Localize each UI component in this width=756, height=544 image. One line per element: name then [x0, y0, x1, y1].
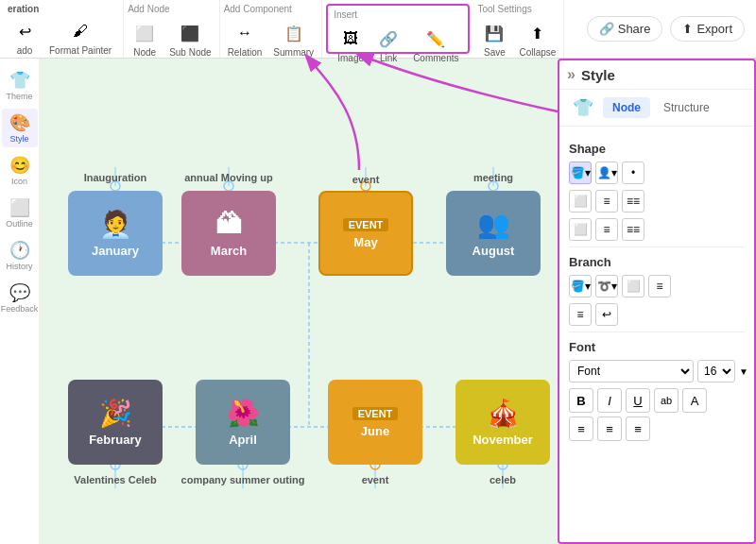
january-sublabel: Inauguration: [68, 172, 163, 183]
shape-row-1: 🪣▾ 👤▾ •: [569, 162, 745, 184]
branch-back-btn[interactable]: ↩: [595, 303, 618, 326]
shape-rect-btn[interactable]: ⬜: [569, 190, 592, 212]
shape-dbllines-btn[interactable]: ≡≡: [622, 190, 644, 212]
shape-lines2-btn[interactable]: ≡: [595, 218, 618, 241]
image-icon: 🖼: [337, 26, 364, 52]
node-button[interactable]: ⬜ Node: [128, 18, 162, 60]
insert-buttons: 🖼 Image 🔗 Link ✏️ Comments: [334, 24, 462, 65]
june-sublabel: event: [328, 474, 422, 485]
style-panel: » Style 👕 Node Structure Shape 🪣▾ 👤▾ • ⬜…: [558, 59, 756, 544]
shape-section-title: Shape: [569, 142, 745, 156]
history-icon-item[interactable]: 🕐 History: [2, 236, 38, 275]
toolbar-generation-section: eration ↩ ado 🖌 Format Painter: [0, 0, 124, 58]
align-left-button[interactable]: ≡: [569, 416, 593, 441]
summary-button[interactable]: 📋 Summary: [269, 18, 318, 60]
icon-icon-item[interactable]: 😊 Icon: [2, 151, 38, 190]
font-size-arrow: ▼: [739, 366, 748, 377]
node-february[interactable]: 🎉 February Valentines Celeb: [68, 380, 163, 465]
shape-dbllines2-btn[interactable]: ≡≡: [622, 218, 644, 241]
underline-button[interactable]: U: [626, 388, 650, 413]
collapse-icon: ⬆: [524, 20, 551, 46]
node-april[interactable]: 🌺 April company summer outing: [196, 380, 290, 465]
summary-icon: 📋: [281, 20, 307, 46]
comments-icon: ✏️: [422, 26, 449, 52]
branch-curve-btn[interactable]: ➰▾: [595, 275, 618, 298]
export-button[interactable]: ⬆ Export: [670, 16, 745, 42]
november-sublabel: celeb: [455, 474, 550, 485]
branch-lines2-btn[interactable]: ≡: [569, 303, 592, 326]
panel-node-tab[interactable]: Node: [603, 97, 650, 118]
panel-content: Shape 🪣▾ 👤▾ • ⬜ ≡ ≡≡ ⬜ ≡ ≡≡ Branch 🪣▾ ➰▾…: [559, 127, 754, 542]
shape-fill-btn[interactable]: 🪣▾: [569, 162, 592, 184]
panel-theme-tab-icon[interactable]: 👕: [567, 94, 599, 122]
font-size-select[interactable]: 16 12 14 18 20 24: [697, 360, 735, 382]
comments-button[interactable]: ✏️ Comments: [409, 24, 462, 65]
shape-rect2-btn[interactable]: ⬜: [569, 218, 592, 241]
format-painter-label: Format Painter: [49, 45, 112, 56]
outline-label: Outline: [6, 219, 33, 229]
font-section-title: Font: [569, 340, 745, 354]
branch-lines-btn[interactable]: ≡: [648, 275, 671, 298]
theme-icon-item[interactable]: 👕 Theme: [2, 66, 38, 105]
november-label: November: [472, 433, 533, 447]
font-color-button[interactable]: A: [682, 388, 707, 413]
sub-node-button[interactable]: ⬛ Sub Node: [165, 18, 215, 60]
save-button[interactable]: 💾 Save: [477, 18, 511, 60]
node-november[interactable]: 🎪 November celeb: [455, 380, 550, 465]
collapse-button[interactable]: ⬆ Collapse: [515, 18, 559, 60]
relation-icon: ↔: [232, 20, 258, 46]
save-label: Save: [484, 47, 506, 58]
node-january[interactable]: 🧑‍💼 January Inauguration: [68, 191, 163, 276]
font-family-select[interactable]: Font Arial Times New Roman Courier: [569, 360, 694, 382]
august-label: August: [472, 244, 515, 258]
generation-title: eration: [8, 4, 39, 14]
feedback-icon-item[interactable]: 💬 Feedback: [2, 279, 38, 317]
undo-icon: ↩: [11, 18, 38, 44]
format-painter-button[interactable]: 🖌 Format Painter: [45, 16, 115, 58]
node-icon: ⬜: [131, 20, 158, 46]
sub-node-label: Sub Node: [169, 47, 211, 58]
emoji-icon: 😊: [9, 155, 30, 176]
export-icon: ⬆: [682, 22, 693, 36]
bold-button[interactable]: B: [569, 388, 593, 413]
shape-lines-btn[interactable]: ≡: [595, 190, 618, 212]
history-icon: 🕐: [9, 240, 30, 261]
tool-settings-section: Tool Settings 💾 Save ⬆ Collapse: [473, 0, 564, 58]
share-icon: 🔗: [599, 22, 614, 36]
march-icon: 🏔: [215, 209, 242, 240]
share-button[interactable]: 🔗 Share: [587, 16, 663, 42]
relation-button[interactable]: ↔ Relation: [224, 18, 266, 60]
italic-button[interactable]: I: [597, 388, 622, 413]
node-may[interactable]: EVENT May event: [318, 191, 413, 276]
style-icon-item[interactable]: 🎨 Style: [2, 109, 38, 147]
node-august[interactable]: 👥 August meeting: [446, 191, 541, 276]
toolbar: eration ↩ ado 🖌 Format Painter Add Node …: [0, 0, 756, 59]
panel-title: Style: [581, 67, 615, 83]
link-button[interactable]: 🔗 Link: [371, 24, 405, 65]
panel-collapse-button[interactable]: »: [567, 66, 576, 83]
align-center-button[interactable]: ≡: [597, 416, 622, 441]
february-sublabel: Valentines Celeb: [59, 474, 172, 485]
january-label: January: [92, 244, 139, 258]
branch-rect-btn[interactable]: ⬜: [622, 275, 644, 298]
april-icon: 🌺: [227, 398, 260, 429]
strikethrough-button[interactable]: ab: [654, 388, 679, 413]
node-march[interactable]: 🏔 March annual Moving up: [181, 191, 276, 276]
shape-person-btn[interactable]: 👤▾: [595, 162, 618, 184]
insert-section: Insert 🖼 Image 🔗 Link ✏️ Comments: [326, 4, 470, 54]
february-icon: 🎉: [99, 398, 132, 429]
outline-icon-item[interactable]: ⬜ Outline: [2, 194, 38, 232]
style-icon: 🎨: [9, 112, 30, 133]
link-icon: 🔗: [375, 26, 402, 52]
align-right-button[interactable]: ≡: [626, 416, 650, 441]
canvas-area[interactable]: 🧑‍💼 January Inauguration 🏔 March annual …: [40, 59, 558, 544]
undo-button[interactable]: ↩ ado: [8, 16, 42, 58]
shape-dot-btn[interactable]: •: [622, 162, 644, 184]
theme-label: Theme: [6, 92, 32, 101]
node-june[interactable]: EVENT June event: [328, 380, 422, 465]
comments-label: Comments: [413, 53, 458, 63]
image-label: Image: [337, 53, 364, 63]
image-button[interactable]: 🖼 Image: [334, 24, 368, 65]
panel-structure-tab[interactable]: Structure: [654, 97, 719, 118]
branch-fill-btn[interactable]: 🪣▾: [569, 275, 592, 298]
